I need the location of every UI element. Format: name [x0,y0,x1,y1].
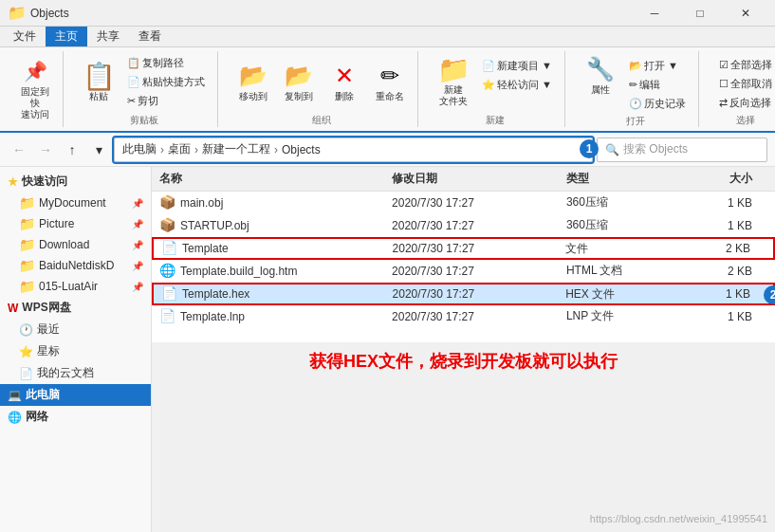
sidebar-item-mydocument[interactable]: 📁 MyDocument 📌 [11,193,151,213]
new-small-group: 📄 新建项目 ▼ ⭐ 轻松访问 ▼ [477,57,557,94]
minimize-button[interactable]: ─ [633,0,676,27]
hex-icon: 📄 [161,285,178,303]
col-date-header: 修改日期 [392,171,566,187]
file-type: LNP 文件 [566,308,683,324]
address-bar[interactable]: 此电脑 › 桌面 › 新建一个工程 › Objects [114,138,593,162]
select-all-label: 全部选择 [730,58,772,72]
cloud-label: 我的云文档 [37,365,94,381]
breadcrumb-objects: Objects [282,143,321,156]
sidebar-pc-header[interactable]: 💻 此电脑 [0,384,151,406]
invert-select-button[interactable]: ⇄ 反向选择 [714,94,775,112]
delete-button[interactable]: ✕ 删除 [324,58,364,105]
menu-home[interactable]: 主页 [46,27,87,46]
wps-label: WPS网盘 [22,300,70,316]
sidebar-quick-access-header[interactable]: ★ 快速访问 [0,171,151,193]
sidebar-item-picture[interactable]: 📁 Picture 📌 [11,213,151,234]
properties-button[interactable]: 🔧 属性 [581,51,620,99]
breadcrumb-project: 新建一个工程 [202,141,270,157]
lnp-icon: 📄 [159,308,176,325]
deselect-button[interactable]: ☐ 全部取消 [714,75,775,93]
file-name-cell: 📦 main.obj [159,194,392,211]
easy-access-icon: ⭐ [482,79,495,91]
wps-icon: W [8,302,18,315]
easy-access-label: 轻松访问 ▼ [497,78,552,92]
table-row[interactable]: 📄 Template 2020/7/30 17:27 文件 2 KB [152,237,775,260]
deselect-icon: ☐ [719,78,729,90]
file-name: Template [182,242,229,255]
edit-button[interactable]: ✏ 编辑 [624,76,691,94]
pin-icon-picture: 📌 [132,219,143,229]
sidebar: ★ 快速访问 📁 MyDocument 📌 📁 Picture 📌 📁 Down… [0,167,152,532]
recent-button[interactable]: ▾ [87,138,110,161]
ribbon-group-organize: 📂 移动到 📂 复制到 ✕ 删除 ✏ 重命名 组织 [226,51,418,127]
new-item-icon: 📄 [482,60,495,72]
pin-button[interactable]: 📌 固定到快速访问 [15,53,55,123]
search-box[interactable]: 🔍 搜索 Objects [597,138,767,162]
copy-to-button[interactable]: 📂 复制到 [279,58,319,105]
file-type: HEX 文件 [565,286,681,303]
back-button[interactable]: ← [8,138,30,161]
obj-icon: 📦 [159,217,176,234]
close-button[interactable]: ✕ [724,0,767,27]
sidebar-wps-header[interactable]: W WPS网盘 [0,297,151,319]
up-button[interactable]: ↑ [61,138,83,161]
move-to-button[interactable]: 📂 移动到 [233,58,273,105]
col-type-header: 类型 [566,171,683,187]
select-all-button[interactable]: ☑ 全部选择 [714,56,775,74]
rename-button[interactable]: ✏ 重命名 [370,58,410,105]
history-button[interactable]: 🕐 历史记录 [624,95,691,113]
new-item-button[interactable]: 📄 新建项目 ▼ [477,57,557,75]
cut-button[interactable]: ✂ 剪切 [122,92,210,110]
open-button[interactable]: 📂 打开 ▼ [624,57,691,75]
new-folder-button[interactable]: 📁 新建文件夹 [434,51,473,110]
table-row[interactable]: 📦 main.obj 2020/7/30 17:27 360压缩 1 KB [152,192,775,214]
breadcrumb-sep-2: › [194,143,198,156]
forward-button[interactable]: → [34,138,57,161]
table-row[interactable]: 📄 Template.lnp 2020/7/30 17:27 LNP 文件 1 … [152,305,775,328]
html-icon: 🌐 [159,263,176,280]
sidebar-label-mydocument: MyDocument [39,196,106,210]
sidebar-item-download[interactable]: 📁 Download 📌 [11,234,151,255]
col-size-header: 大小 [682,171,767,187]
sidebar-item-cloud[interactable]: 📄 我的云文档 [11,362,151,384]
sidebar-item-starred[interactable]: ⭐ 星标 [11,340,151,362]
sidebar-label-download: Download [39,238,89,251]
paste-shortcut-label: 粘贴快捷方式 [142,75,205,89]
copy-to-label: 复制到 [285,91,313,102]
annotation-2: 2 [764,285,775,304]
open-icon: 📂 [629,60,642,72]
paste-button[interactable]: 📋 粘贴 [79,58,119,105]
folder-icon-picture: 📁 [19,216,35,231]
menu-file[interactable]: 文件 [4,27,46,46]
annotation-1: 1 [580,139,599,158]
title-controls: ─ □ ✕ [633,0,767,27]
file-name: Template.hex [182,287,249,301]
copy-path-button[interactable]: 📋 复制路径 [122,54,210,72]
breadcrumb-sep-1: › [160,143,164,156]
watermark: https://blog.csdn.net/weixin_41995541 [590,513,767,524]
easy-access-button[interactable]: ⭐ 轻松访问 ▼ [477,76,557,94]
file-date: 2020/7/30 17:27 [392,196,566,210]
menu-view[interactable]: 查看 [129,27,171,46]
file-size: 1 KB [681,287,766,301]
table-row[interactable]: 📦 STARTUP.obj 2020/7/30 17:27 360压缩 1 KB [152,214,775,237]
sidebar-item-luat[interactable]: 📁 015-LuatAir 📌 [11,276,151,297]
breadcrumb-pc: 此电脑 [122,141,157,157]
table-row[interactable]: 🌐 Template.build_log.htm 2020/7/30 17:27… [152,260,775,283]
rename-label: 重命名 [376,91,404,102]
file-type: 360压缩 [566,194,683,211]
file-name: Template.build_log.htm [180,265,297,278]
sidebar-network-header[interactable]: 🌐 网络 [0,406,151,428]
table-row[interactable]: 📄 Template.hex 2020/7/30 17:27 HEX 文件 1 … [152,283,775,305]
sidebar-item-recent[interactable]: 🕐 最近 [11,319,151,340]
history-label: 历史记录 [644,97,686,111]
paste-shortcut-button[interactable]: 📄 粘贴快捷方式 [122,73,210,91]
menu-share[interactable]: 共享 [87,27,129,46]
wps-section: 🕐 最近 ⭐ 星标 📄 我的云文档 [0,319,151,384]
clipboard-small-group: 📋 复制路径 📄 粘贴快捷方式 ✂ 剪切 [122,54,210,110]
select-all-icon: ☑ [719,59,729,71]
maximize-button[interactable]: □ [678,0,722,27]
pin-icon-download: 📌 [132,240,143,250]
cloud-icon: 📄 [19,367,33,380]
sidebar-item-baidu[interactable]: 📁 BaiduNetdiskD 📌 [11,255,151,276]
